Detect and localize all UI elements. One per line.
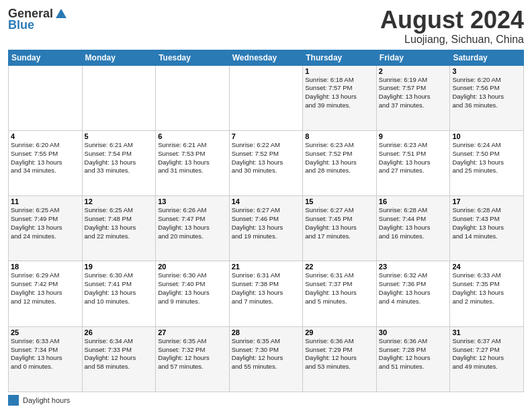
calendar-cell [156, 65, 230, 130]
calendar-cell: 14Sunrise: 6:27 AM Sunset: 7:46 PM Dayli… [229, 196, 303, 261]
day-info: Sunrise: 6:23 AM Sunset: 7:51 PM Dayligh… [379, 141, 448, 175]
calendar-cell: 5Sunrise: 6:21 AM Sunset: 7:54 PM Daylig… [82, 130, 156, 195]
calendar-cell: 19Sunrise: 6:30 AM Sunset: 7:41 PM Dayli… [82, 261, 156, 326]
day-number: 8 [305, 132, 374, 140]
day-number: 6 [158, 132, 227, 140]
day-info: Sunrise: 6:21 AM Sunset: 7:54 PM Dayligh… [85, 141, 154, 175]
day-info: Sunrise: 6:29 AM Sunset: 7:42 PM Dayligh… [11, 271, 80, 306]
weekday-wednesday: Wednesday [229, 50, 303, 65]
day-number: 17 [452, 197, 521, 205]
calendar-cell: 25Sunrise: 6:33 AM Sunset: 7:34 PM Dayli… [9, 326, 83, 392]
day-info: Sunrise: 6:34 AM Sunset: 7:33 PM Dayligh… [85, 337, 154, 371]
day-info: Sunrise: 6:31 AM Sunset: 7:37 PM Dayligh… [305, 271, 374, 306]
calendar-cell: 18Sunrise: 6:29 AM Sunset: 7:42 PM Dayli… [9, 261, 83, 326]
day-number: 29 [305, 328, 374, 336]
month-title: August 2024 [380, 7, 524, 34]
weekday-sunday: Sunday [9, 50, 83, 65]
title-block: August 2024 Luojiang, Sichuan, China [380, 7, 524, 46]
day-number: 25 [11, 328, 80, 336]
day-number: 20 [158, 263, 227, 271]
day-info: Sunrise: 6:35 AM Sunset: 7:32 PM Dayligh… [158, 337, 227, 371]
day-number: 26 [85, 328, 154, 336]
page-header: General Blue August 2024 Luojiang, Sichu… [8, 7, 524, 46]
week-row-5: 25Sunrise: 6:33 AM Sunset: 7:34 PM Dayli… [9, 326, 524, 392]
calendar-cell [82, 65, 156, 130]
calendar-cell: 8Sunrise: 6:23 AM Sunset: 7:52 PM Daylig… [303, 130, 377, 195]
calendar-cell: 20Sunrise: 6:30 AM Sunset: 7:40 PM Dayli… [156, 261, 230, 326]
week-row-4: 18Sunrise: 6:29 AM Sunset: 7:42 PM Dayli… [9, 261, 524, 326]
weekday-friday: Friday [376, 50, 450, 65]
day-number: 19 [85, 263, 154, 271]
calendar-cell: 26Sunrise: 6:34 AM Sunset: 7:33 PM Dayli… [82, 326, 156, 392]
day-number: 16 [379, 197, 448, 205]
location-title: Luojiang, Sichuan, China [380, 34, 524, 46]
day-number: 14 [232, 197, 301, 205]
daylight-color-box [8, 395, 19, 406]
calendar-cell [9, 65, 83, 130]
calendar-cell: 30Sunrise: 6:36 AM Sunset: 7:28 PM Dayli… [376, 326, 450, 392]
day-number: 28 [232, 328, 301, 336]
day-info: Sunrise: 6:36 AM Sunset: 7:28 PM Dayligh… [379, 337, 448, 371]
logo-icon [54, 7, 68, 21]
day-info: Sunrise: 6:33 AM Sunset: 7:35 PM Dayligh… [452, 271, 521, 306]
day-number: 18 [11, 263, 80, 271]
calendar-cell: 15Sunrise: 6:27 AM Sunset: 7:45 PM Dayli… [303, 196, 377, 261]
calendar-cell [229, 65, 303, 130]
day-number: 2 [379, 67, 448, 75]
day-info: Sunrise: 6:31 AM Sunset: 7:38 PM Dayligh… [232, 271, 301, 306]
calendar-cell: 31Sunrise: 6:37 AM Sunset: 7:27 PM Dayli… [450, 326, 524, 392]
calendar-cell: 23Sunrise: 6:32 AM Sunset: 7:36 PM Dayli… [376, 261, 450, 326]
calendar-cell: 13Sunrise: 6:26 AM Sunset: 7:47 PM Dayli… [156, 196, 230, 261]
day-info: Sunrise: 6:25 AM Sunset: 7:49 PM Dayligh… [11, 206, 80, 240]
calendar-cell: 3Sunrise: 6:20 AM Sunset: 7:56 PM Daylig… [450, 65, 524, 130]
day-number: 22 [305, 263, 374, 271]
logo: General Blue [8, 7, 68, 32]
day-number: 9 [379, 132, 448, 140]
calendar-cell: 12Sunrise: 6:25 AM Sunset: 7:48 PM Dayli… [82, 196, 156, 261]
weekday-thursday: Thursday [303, 50, 377, 65]
calendar-cell: 21Sunrise: 6:31 AM Sunset: 7:38 PM Dayli… [229, 261, 303, 326]
calendar-cell: 2Sunrise: 6:19 AM Sunset: 7:57 PM Daylig… [376, 65, 450, 130]
day-info: Sunrise: 6:28 AM Sunset: 7:43 PM Dayligh… [452, 206, 521, 240]
day-info: Sunrise: 6:19 AM Sunset: 7:57 PM Dayligh… [379, 76, 448, 110]
day-number: 13 [158, 197, 227, 205]
calendar-cell: 10Sunrise: 6:24 AM Sunset: 7:50 PM Dayli… [450, 130, 524, 195]
day-info: Sunrise: 6:23 AM Sunset: 7:52 PM Dayligh… [305, 141, 374, 175]
weekday-header-row: SundayMondayTuesdayWednesdayThursdayFrid… [9, 50, 524, 65]
calendar-cell: 24Sunrise: 6:33 AM Sunset: 7:35 PM Dayli… [450, 261, 524, 326]
day-info: Sunrise: 6:22 AM Sunset: 7:52 PM Dayligh… [232, 141, 301, 175]
daylight-label: Daylight hours [23, 396, 70, 404]
calendar-cell: 1Sunrise: 6:18 AM Sunset: 7:57 PM Daylig… [303, 65, 377, 130]
day-number: 7 [232, 132, 301, 140]
day-number: 27 [158, 328, 227, 336]
day-number: 11 [11, 197, 80, 205]
calendar-cell: 16Sunrise: 6:28 AM Sunset: 7:44 PM Dayli… [376, 196, 450, 261]
weekday-saturday: Saturday [450, 50, 524, 65]
weekday-monday: Monday [82, 50, 156, 65]
day-number: 10 [452, 132, 521, 140]
calendar-table: SundayMondayTuesdayWednesdayThursdayFrid… [8, 50, 524, 392]
week-row-3: 11Sunrise: 6:25 AM Sunset: 7:49 PM Dayli… [9, 196, 524, 261]
day-number: 24 [452, 263, 521, 271]
day-info: Sunrise: 6:30 AM Sunset: 7:41 PM Dayligh… [85, 271, 154, 306]
day-info: Sunrise: 6:33 AM Sunset: 7:34 PM Dayligh… [11, 337, 80, 371]
calendar-cell: 27Sunrise: 6:35 AM Sunset: 7:32 PM Dayli… [156, 326, 230, 392]
calendar-cell: 9Sunrise: 6:23 AM Sunset: 7:51 PM Daylig… [376, 130, 450, 195]
day-info: Sunrise: 6:37 AM Sunset: 7:27 PM Dayligh… [452, 337, 521, 371]
day-info: Sunrise: 6:27 AM Sunset: 7:45 PM Dayligh… [305, 206, 374, 240]
day-info: Sunrise: 6:20 AM Sunset: 7:56 PM Dayligh… [452, 76, 521, 110]
day-info: Sunrise: 6:35 AM Sunset: 7:30 PM Dayligh… [232, 337, 301, 371]
calendar-cell: 28Sunrise: 6:35 AM Sunset: 7:30 PM Dayli… [229, 326, 303, 392]
day-info: Sunrise: 6:24 AM Sunset: 7:50 PM Dayligh… [452, 141, 521, 175]
calendar-cell: 11Sunrise: 6:25 AM Sunset: 7:49 PM Dayli… [9, 196, 83, 261]
week-row-2: 4Sunrise: 6:20 AM Sunset: 7:55 PM Daylig… [9, 130, 524, 195]
weekday-tuesday: Tuesday [156, 50, 230, 65]
calendar-cell: 4Sunrise: 6:20 AM Sunset: 7:55 PM Daylig… [9, 130, 83, 195]
logo-blue-text: Blue [8, 18, 34, 32]
svg-marker-0 [56, 9, 66, 18]
day-number: 23 [379, 263, 448, 271]
day-info: Sunrise: 6:27 AM Sunset: 7:46 PM Dayligh… [232, 206, 301, 240]
calendar-cell: 6Sunrise: 6:21 AM Sunset: 7:53 PM Daylig… [156, 130, 230, 195]
calendar-cell: 22Sunrise: 6:31 AM Sunset: 7:37 PM Dayli… [303, 261, 377, 326]
calendar-cell: 29Sunrise: 6:36 AM Sunset: 7:29 PM Dayli… [303, 326, 377, 392]
